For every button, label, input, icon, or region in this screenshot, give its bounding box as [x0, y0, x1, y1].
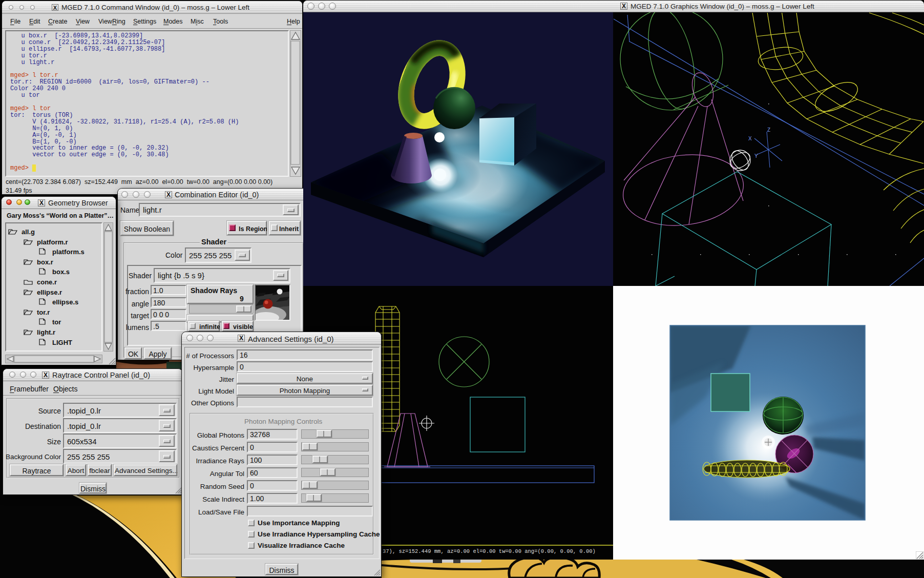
svg-text:platform.r: platform.r — [37, 238, 68, 246]
svg-text:X: X — [748, 136, 752, 141]
svg-text:platform.s: platform.s — [52, 248, 85, 256]
svg-text:Z: Z — [767, 127, 770, 133]
svg-text:ellipse.s: ellipse.s — [52, 298, 78, 306]
svg-text:all.g: all.g — [22, 228, 35, 236]
svg-text:tor.r: tor.r — [37, 308, 50, 316]
svg-text:box.s: box.s — [52, 268, 70, 276]
svg-text:tor: tor — [52, 318, 61, 326]
svg-text:LIGHT: LIGHT — [52, 339, 72, 346]
svg-text:ellipse.r: ellipse.r — [37, 288, 62, 296]
svg-text:light.r: light.r — [37, 328, 55, 336]
svg-text:box.r: box.r — [37, 258, 53, 266]
svg-text:Y: Y — [754, 153, 758, 159]
svg-text:37), sz=152.449 mm, az=0.00 el: 37), sz=152.449 mm, az=0.00 el=0.00 tw=0… — [383, 548, 596, 554]
svg-text:cone.r: cone.r — [37, 278, 57, 286]
